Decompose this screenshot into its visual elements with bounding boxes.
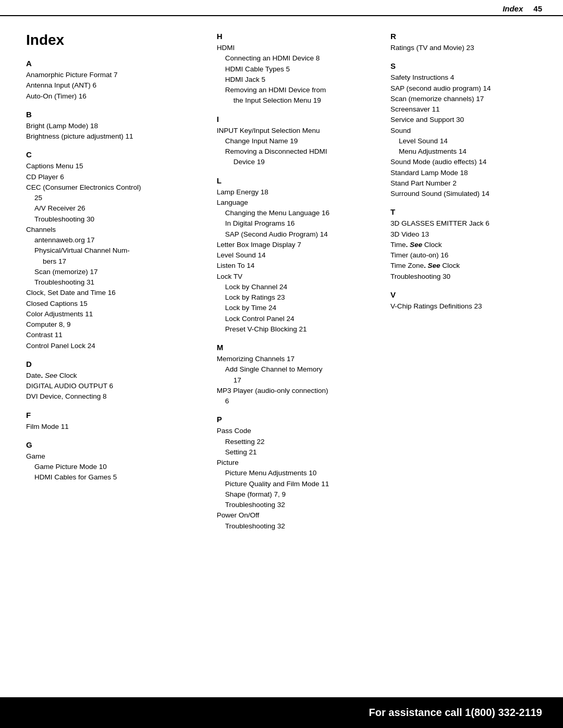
list-item: Antenna Input (ANT) 6 <box>26 80 212 91</box>
list-item: Time Zone. See Clock <box>390 261 542 271</box>
list-item: Resetting 22 <box>217 437 385 447</box>
list-item: Change Input Name 19 <box>217 136 385 146</box>
right-column: R Ratings (TV and Movie) 23 S Safety Ins… <box>390 32 542 532</box>
list-item: CEC (Consumer Electronics Control) <box>26 182 212 193</box>
list-item: Pass Code <box>217 426 385 436</box>
list-item: Troubleshooting 30 <box>390 272 542 282</box>
list-item: Picture Menu Adjustments 10 <box>217 468 385 478</box>
list-item: Memorizing Channels 17 <box>217 354 385 364</box>
list-item: Control Panel Lock 24 <box>26 341 212 351</box>
list-item: Time. See Clock <box>390 240 542 250</box>
list-item: Lock TV <box>217 272 385 282</box>
list-item: Removing a Disconnected HDMI <box>217 146 385 157</box>
list-item: Add Single Channel to Memory <box>217 364 385 375</box>
list-item: Contrast 11 <box>26 330 212 340</box>
section-f-header: F <box>26 411 212 419</box>
list-item: Captions Menu 15 <box>26 161 212 171</box>
list-item: Troubleshooting 32 <box>217 500 385 510</box>
list-item: Safety Instructions 4 <box>390 72 542 83</box>
list-item: Setting 21 <box>217 447 385 458</box>
list-item: Letter Box Image Display 7 <box>217 240 385 250</box>
list-item: CD Player 6 <box>26 172 212 182</box>
list-item: Ratings (TV and Movie) 23 <box>390 43 542 53</box>
list-item: Troubleshooting 30 <box>26 214 212 225</box>
list-item: 3D Video 13 <box>390 229 542 240</box>
list-item: A/V Receiver 26 <box>26 203 212 214</box>
list-item: Language <box>217 198 385 208</box>
section-v-header: V <box>390 290 542 299</box>
list-item: Lock by Ratings 23 <box>217 292 385 303</box>
list-item: Channels <box>26 225 212 235</box>
list-item: Lock Control Panel 24 <box>217 314 385 324</box>
section-d-header: D <box>26 360 212 368</box>
section-c-header: C <box>26 150 212 159</box>
list-item: 17 <box>217 375 385 386</box>
list-item: Computer 8, 9 <box>26 319 212 330</box>
section-i-header: I <box>217 115 385 124</box>
section-g-header: G <box>26 440 212 449</box>
section-l-header: L <box>217 176 385 185</box>
list-item: In Digital Programs 16 <box>217 218 385 229</box>
list-item: DIGITAL AUDIO OUTPUT 6 <box>26 381 212 391</box>
section-b-header: B <box>26 110 212 119</box>
list-item: Clock, Set Date and Time 16 <box>26 288 212 298</box>
page-title: Index <box>26 32 212 48</box>
list-item: Closed Captions 15 <box>26 299 212 309</box>
list-item: Lock by Channel 24 <box>217 282 385 292</box>
list-item: Level Sound 14 <box>390 136 542 146</box>
list-item: Game <box>26 451 212 462</box>
list-item: Brightness (picture adjustment) 11 <box>26 131 212 142</box>
list-item: HDMI Cables for Games 5 <box>26 472 212 483</box>
section-a-header: A <box>26 59 212 68</box>
list-item: bers 17 <box>26 256 212 267</box>
list-item: MP3 Player (audio-only connection) <box>217 386 385 396</box>
list-item: Removing an HDMI Device from <box>217 85 385 95</box>
list-item: HDMI <box>217 43 385 53</box>
list-item: the Input Selection Menu 19 <box>217 95 385 106</box>
list-item: 6 <box>217 396 385 406</box>
list-item: 25 <box>26 193 212 203</box>
list-item: V-Chip Ratings Definitions 23 <box>390 301 542 312</box>
list-item: Auto-On (Timer) 16 <box>26 91 212 102</box>
list-item: Picture Quality and Film Mode 11 <box>217 479 385 489</box>
list-item: Lamp Energy 18 <box>217 187 385 198</box>
list-item: Scan (memorize channels) 17 <box>390 94 542 104</box>
section-p-header: P <box>217 415 385 424</box>
header-page-number: 45 <box>533 4 542 13</box>
footer: For assistance call 1(800) 332-2119 <box>0 697 563 728</box>
list-item: antennaweb.org 17 <box>26 235 212 245</box>
list-item: INPUT Key/Input Selection Menu <box>217 126 385 136</box>
list-item: Changing the Menu Language 16 <box>217 208 385 218</box>
list-item: Sound Mode (audio effects) 14 <box>390 157 542 167</box>
section-h-header: H <box>217 32 385 41</box>
list-item: Anamorphic Picture Format 7 <box>26 70 212 80</box>
list-item: Date. See Clock <box>26 371 212 381</box>
section-s-header: S <box>390 61 542 70</box>
list-item: Service and Support 30 <box>390 115 542 125</box>
list-item: Power On/Off <box>217 510 385 521</box>
main-content: Index A Anamorphic Picture Format 7 Ante… <box>0 16 563 542</box>
list-item: Troubleshooting 32 <box>217 521 385 532</box>
list-item: Timer (auto-on) 16 <box>390 250 542 261</box>
list-item: HDMI Cable Types 5 <box>217 64 385 75</box>
list-item: Connecting an HDMI Device 8 <box>217 53 385 64</box>
left-column: Index A Anamorphic Picture Format 7 Ante… <box>26 32 217 532</box>
page-header: Index 45 <box>0 0 563 16</box>
list-item: Device 19 <box>217 157 385 167</box>
list-item: Stand Part Number 2 <box>390 178 542 189</box>
list-item: Screensaver 11 <box>390 104 542 115</box>
header-title: Index <box>503 4 523 13</box>
list-item: HDMI Jack 5 <box>217 75 385 85</box>
list-item: Listen To 14 <box>217 261 385 271</box>
list-item: Standard Lamp Mode 18 <box>390 168 542 178</box>
list-item: Level Sound 14 <box>217 250 385 261</box>
footer-text: For assistance call 1(800) 332-2119 <box>369 707 542 718</box>
list-item: Troubleshooting 31 <box>26 277 212 288</box>
section-m-header: M <box>217 343 385 352</box>
section-r-header: R <box>390 32 542 41</box>
list-item: Picture <box>217 458 385 468</box>
list-item: Sound <box>390 126 542 136</box>
list-item: Preset V-Chip Blocking 21 <box>217 324 385 335</box>
list-item: Game Picture Mode 10 <box>26 462 212 472</box>
list-item: Scan (memorize) 17 <box>26 267 212 277</box>
